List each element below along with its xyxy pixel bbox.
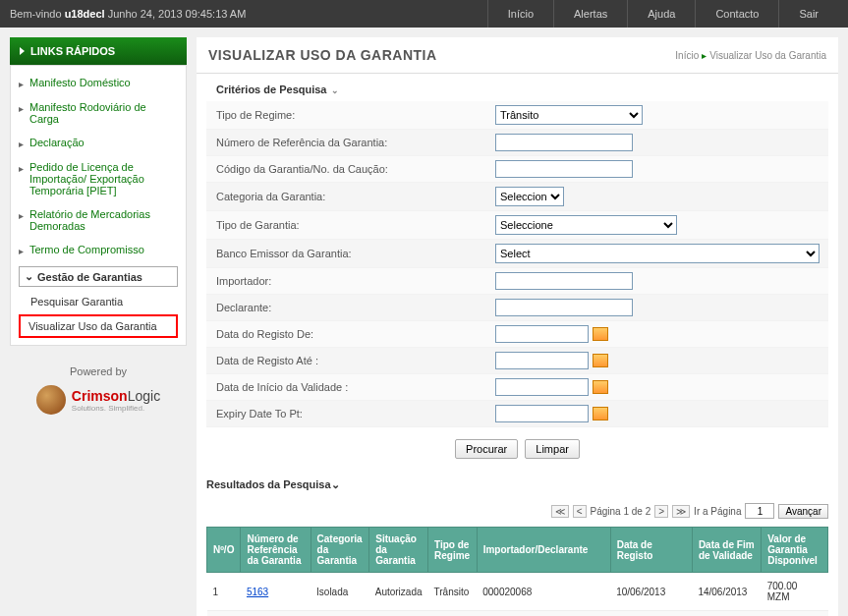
bullet-icon: ▸ [19, 103, 24, 114]
cell-fim: 14/06/2013 [692, 573, 761, 611]
sidebar-sub-visualizar[interactable]: Visualizar Uso da Garantia [19, 314, 178, 338]
lbl-expiry: Expiry Date To Pt: [206, 402, 491, 425]
cell-sit: Autorizada [369, 611, 428, 617]
th-no[interactable]: Nº/O [207, 528, 241, 573]
pager-go-button[interactable]: Avançar [778, 504, 828, 519]
input-codigo[interactable] [495, 160, 633, 178]
nav-inicio[interactable]: Início [487, 0, 553, 28]
results-title[interactable]: Resultados da Pesquisa⌄ [197, 471, 838, 499]
bullet-icon: ▸ [19, 163, 24, 174]
lbl-data-inicio: Data de Início da Validade : [206, 375, 491, 399]
lbl-banco: Banco Emissor da Garantia: [206, 242, 491, 265]
breadcrumb: Início▸Visualizar Uso da Garantia [675, 50, 826, 61]
cell-fim: 28/05/2013 [692, 611, 761, 617]
th-sit[interactable]: Situação da Garantia [369, 528, 428, 573]
table-row: 15163IsoladaAutorizadaTrânsito0000200681… [207, 573, 828, 611]
th-cat[interactable]: Categoria da Garantia [311, 528, 369, 573]
calendar-icon[interactable] [593, 407, 608, 420]
pager-prev[interactable]: < [573, 505, 587, 518]
input-expiry[interactable] [495, 405, 589, 422]
pager-first[interactable]: ≪ [551, 505, 569, 518]
cell-val: 700.00 MZM [762, 573, 828, 611]
topbar: Bem-vindo u18decl Junho 24, 2013 09:45:1… [0, 0, 848, 28]
select-categoria[interactable]: Seleccione [495, 187, 564, 206]
search-form: Tipo de Regime:Trânsito Número de Referê… [197, 101, 838, 427]
pager-next[interactable]: > [654, 505, 668, 518]
sidebar-menu: ▸Manifesto Doméstico ▸Manifesto Rodoviár… [10, 65, 187, 346]
pager: ≪ < Página 1 de 2 > ≫ Ir a Página Avança… [197, 499, 838, 523]
calendar-icon[interactable] [593, 354, 608, 367]
welcome-text: Bem-vindo u18decl Junho 24, 2013 09:45:1… [10, 8, 246, 20]
chevron-down-icon: ⌄ [331, 478, 340, 490]
input-importador[interactable] [495, 272, 633, 290]
input-num-ref[interactable] [495, 134, 633, 151]
select-banco[interactable]: Select [495, 244, 820, 263]
th-fim[interactable]: Data de Fim de Validade [692, 528, 761, 573]
lbl-importador: Importador: [206, 269, 491, 293]
cell-imp: 000020068 [477, 573, 610, 611]
sidebar-item-declaracao[interactable]: ▸Declaração [11, 131, 186, 155]
cell-tipo: Trânsito [428, 573, 478, 611]
th-imp[interactable]: Importador/Declarante [477, 528, 610, 573]
lbl-tipo-regime: Tipo de Regime: [206, 103, 491, 127]
bullet-icon: ▸ [19, 139, 24, 149]
lbl-declarante: Declarante: [206, 296, 491, 319]
table-row: 24569GlobalAutorizadaTrânsito00002006827… [207, 611, 828, 617]
nav-contacto[interactable]: Contacto [695, 0, 778, 28]
th-ref[interactable]: Número de Referência da Garantia [241, 528, 311, 573]
page-title: VISUALIZAR USO DA GARANTIA [208, 47, 437, 63]
sidebar-item-termo[interactable]: ▸Termo de Compromisso [11, 238, 186, 262]
th-val[interactable]: Valor de Garantia Disponível [762, 528, 828, 573]
lbl-data-de: Data do Registo De: [206, 322, 491, 346]
nav-alertas[interactable]: Alertas [553, 0, 627, 28]
select-tipo-regime[interactable]: Trânsito [495, 105, 643, 125]
cell-data: 10/06/2013 [610, 573, 692, 611]
clear-button[interactable]: Limpar [525, 439, 580, 459]
input-declarante[interactable] [495, 299, 633, 316]
sidebar-item-manifesto-rodoviario[interactable]: ▸Manifesto Rodoviário de Carga [11, 95, 186, 131]
sidebar-sub-header[interactable]: ⌄Gestão de Garantias [19, 266, 178, 287]
bullet-icon: ▸ [19, 210, 24, 221]
input-data-inicio[interactable] [495, 378, 589, 396]
lbl-tipo-garantia: Tipo de Garantia: [206, 213, 491, 237]
cell-cat: Isolada [311, 573, 369, 611]
th-tipo[interactable]: Tipo de Regime [428, 528, 478, 573]
calendar-icon[interactable] [593, 327, 608, 341]
cell-ref: 5163 [241, 573, 311, 611]
sidebar: LINKS RÁPIDOS ▸Manifesto Doméstico ▸Mani… [10, 37, 187, 616]
cell-tipo: Trânsito [428, 611, 478, 617]
chevron-down-icon: ⌄ [25, 270, 33, 283]
shell-icon [36, 385, 66, 415]
pager-goto-input[interactable] [745, 503, 774, 519]
select-tipo-garantia[interactable]: Seleccione [495, 215, 677, 235]
nav-sair[interactable]: Sair [778, 0, 838, 28]
powered-by-label: Powered by [10, 365, 187, 377]
chevron-down-icon: ⌄ [331, 85, 339, 95]
sidebar-sub-pesquisar[interactable]: Pesquisar Garantia [11, 291, 186, 312]
sidebar-item-manifesto-domestico[interactable]: ▸Manifesto Doméstico [11, 71, 186, 95]
criteria-title[interactable]: Critérios de Pesquisa⌄ [197, 74, 838, 101]
logo-block: CrimsonLogic Solutions. Simplified. [10, 385, 187, 415]
sidebar-item-piet[interactable]: ▸Pedido de Licença de Importação/ Export… [11, 155, 186, 202]
cell-ref: 4569 [241, 611, 311, 617]
sidebar-item-relatorio[interactable]: ▸Relatório de Mercadorias Demoradas [11, 202, 186, 238]
results-table: Nº/O Número de Referência da Garantia Ca… [206, 527, 828, 616]
nav-ajuda[interactable]: Ajuda [627, 0, 695, 28]
pager-last[interactable]: ≫ [672, 505, 690, 518]
th-data[interactable]: Data de Registo [610, 528, 692, 573]
cell-cat: Global [311, 611, 369, 617]
lbl-codigo: Código da Garantia/No. da Caução: [206, 157, 491, 181]
calendar-icon[interactable] [593, 380, 608, 394]
cell-no: 1 [207, 573, 241, 611]
input-data-ate[interactable] [495, 352, 589, 369]
pager-text: Página 1 de 2 [591, 506, 651, 517]
sidebar-header: LINKS RÁPIDOS [10, 37, 187, 65]
brand-name: CrimsonLogic [72, 388, 160, 404]
lbl-num-ref: Número de Referência da Garantia: [206, 131, 491, 154]
bullet-icon: ▸ [19, 79, 24, 89]
input-data-de[interactable] [495, 325, 589, 343]
ref-link[interactable]: 5163 [247, 587, 268, 597]
search-button[interactable]: Procurar [455, 439, 518, 459]
cell-data: 27/05/2013 [610, 611, 692, 617]
bullet-icon: ▸ [19, 246, 24, 256]
